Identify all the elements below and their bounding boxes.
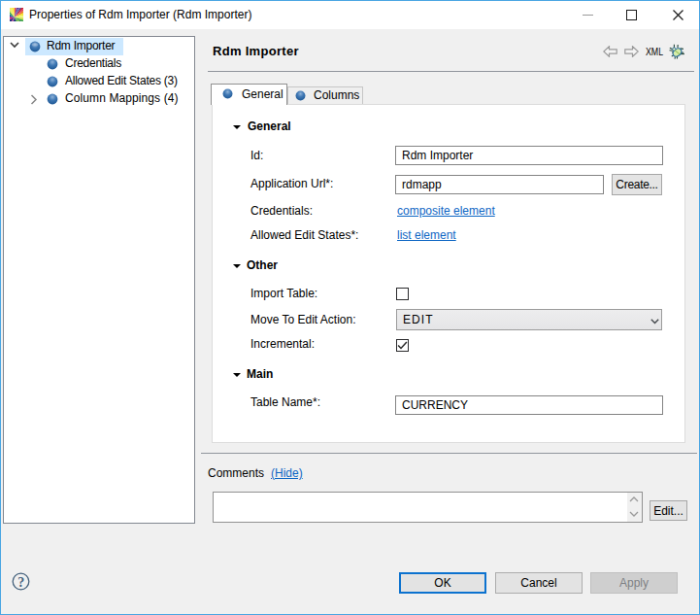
svg-text:?: ? (17, 575, 24, 590)
